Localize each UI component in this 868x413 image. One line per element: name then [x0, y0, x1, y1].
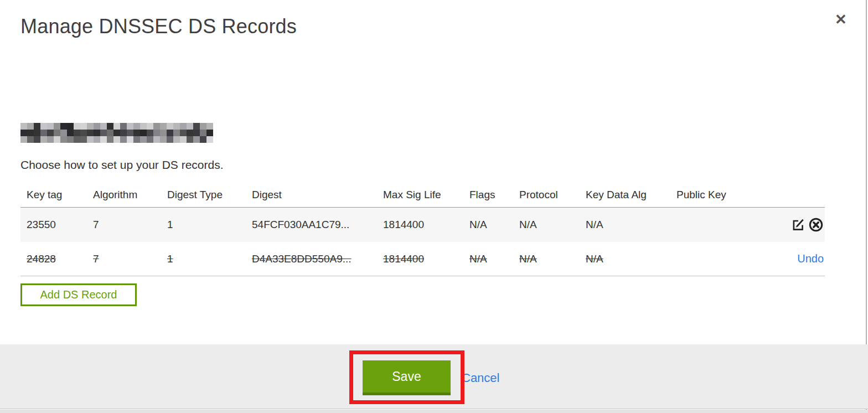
- cell-digest: 54FCF030AA1C79...: [252, 219, 383, 231]
- col-header-key-tag: Key tag: [27, 189, 93, 201]
- cell-key-data-alg: N/A: [586, 219, 676, 231]
- cell-max-sig-life: 1814400: [383, 219, 469, 231]
- page-title: Manage DNSSEC DS Records: [20, 15, 297, 38]
- col-header-key-data-alg: Key Data Alg: [586, 189, 676, 201]
- undo-link[interactable]: Undo: [797, 252, 824, 265]
- manage-dnssec-modal: Manage DNSSEC DS Records ✕ Choose how to…: [0, 0, 867, 413]
- table-header-row: Key tag Algorithm Digest Type Digest Max…: [20, 183, 825, 208]
- cell-digest-type: 1: [167, 253, 252, 265]
- cell-digest: D4A33E8DD550A9...: [252, 253, 383, 265]
- cell-max-sig-life: 1814400: [383, 253, 469, 265]
- cell-flags: N/A: [469, 219, 519, 231]
- table-row: 23550 7 1 54FCF030AA1C79... 1814400 N/A …: [20, 208, 825, 242]
- cell-digest-type: 1: [167, 219, 252, 231]
- col-header-algorithm: Algorithm: [93, 189, 167, 201]
- instruction-text: Choose how to set up your DS records.: [20, 158, 224, 172]
- add-ds-record-button[interactable]: Add DS Record: [20, 283, 137, 306]
- ds-records-table: Key tag Algorithm Digest Type Digest Max…: [20, 183, 825, 276]
- row-actions: Undo: [776, 252, 825, 265]
- table-row-deleted: 24828 7 1 D4A33E8DD550A9... 1814400 N/A …: [20, 242, 825, 276]
- col-header-protocol: Protocol: [519, 189, 586, 201]
- edit-icon[interactable]: [790, 217, 806, 233]
- cell-flags: N/A: [469, 253, 519, 265]
- cancel-link[interactable]: Cancel: [462, 371, 499, 385]
- cell-key-data-alg: N/A: [586, 253, 676, 265]
- delete-icon[interactable]: [808, 217, 824, 233]
- domain-name-redacted: [20, 123, 213, 143]
- save-button[interactable]: Save: [363, 360, 451, 395]
- cell-algorithm: 7: [93, 219, 167, 231]
- col-header-digest-type: Digest Type: [167, 189, 252, 201]
- col-header-public-key: Public Key: [676, 189, 776, 201]
- cell-protocol: N/A: [519, 253, 586, 265]
- col-header-digest: Digest: [252, 189, 383, 201]
- col-header-flags: Flags: [469, 189, 519, 201]
- close-icon[interactable]: ✕: [831, 10, 850, 29]
- footer-under-strip: [0, 410, 868, 413]
- cell-key-tag: 23550: [27, 219, 93, 231]
- col-header-max-sig-life: Max Sig Life: [383, 189, 469, 201]
- cell-key-tag: 24828: [27, 253, 93, 265]
- cell-algorithm: 7: [93, 253, 167, 265]
- row-actions: [776, 217, 825, 233]
- cell-protocol: N/A: [519, 219, 586, 231]
